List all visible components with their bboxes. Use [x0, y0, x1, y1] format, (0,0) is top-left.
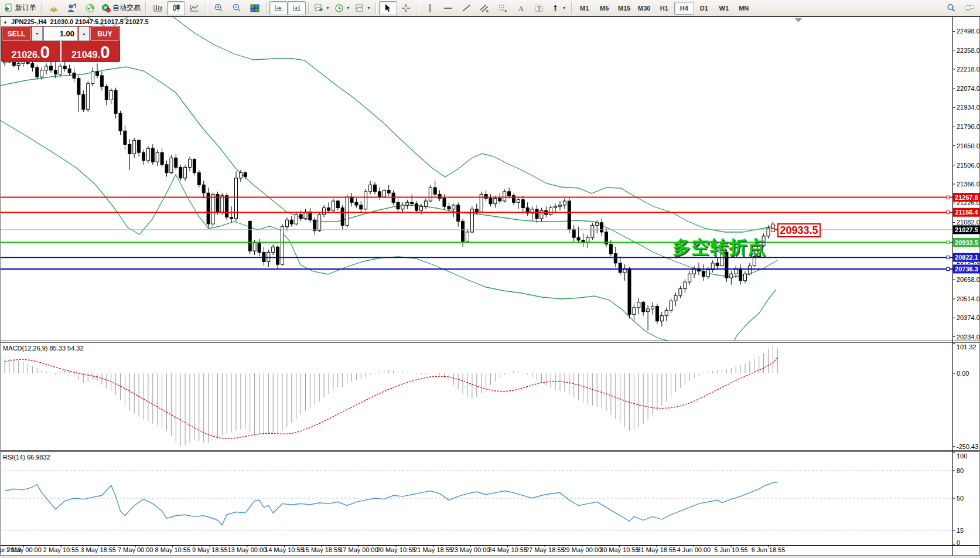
macd-axis-label: -250.43	[957, 443, 978, 450]
candle-body	[193, 159, 196, 173]
autotrading-button[interactable]: 自动交易	[99, 1, 143, 15]
search-icon	[947, 4, 956, 13]
channel-tool[interactable]: E	[476, 1, 494, 15]
crosshair-tool-button[interactable]	[397, 1, 415, 15]
volume-increment-button[interactable]: ▲	[78, 26, 90, 41]
zoom-in-button[interactable]	[209, 1, 227, 15]
timeframe-mn[interactable]: MN	[734, 2, 754, 15]
timeframe-label: D1	[700, 5, 708, 12]
vertical-line-tool[interactable]	[421, 1, 439, 15]
timeframe-m30[interactable]: M30	[634, 2, 654, 15]
search-button[interactable]	[942, 1, 960, 15]
sell-price[interactable]: 21026.0	[1, 41, 60, 62]
timeframe-d1[interactable]: D1	[694, 2, 714, 15]
periodicity-dropdown[interactable]: ▼	[332, 1, 353, 15]
candle-body	[674, 295, 677, 301]
sell-button[interactable]: SELL	[2, 26, 31, 41]
candle-body	[146, 148, 149, 161]
turning-point-annotation[interactable]: 多空转折点	[672, 235, 766, 260]
candle-body	[614, 254, 617, 263]
line-chart-button[interactable]	[185, 1, 203, 15]
one-click-collapse-icon[interactable]: ▲	[3, 19, 8, 25]
toolbar-separator	[266, 2, 267, 14]
candle-body	[184, 167, 187, 178]
price-tick-label: 22218.0	[957, 66, 980, 73]
chat-button[interactable]	[960, 1, 978, 15]
hline-anchor-square	[947, 267, 950, 270]
timeframe-m5[interactable]: M5	[595, 2, 614, 15]
candle-body	[133, 140, 136, 154]
chart-svg: 22498.022358.022218.022074.021934.021790…	[0, 0, 980, 558]
history-center-button[interactable]	[45, 1, 63, 15]
candle-body	[679, 289, 682, 296]
price-callout-label[interactable]: 20933.5	[777, 223, 821, 237]
date-tick-label: 8 May 10:55	[155, 546, 190, 553]
autotrading-label: 自动交易	[112, 3, 141, 13]
candle-body	[443, 198, 446, 206]
macd-axis-label: 0.00	[957, 370, 969, 377]
symbol-period-label: JPN225-,H4	[11, 18, 47, 25]
new-chart-dropdown[interactable]: ▼	[312, 1, 332, 15]
timeframe-h1[interactable]: H1	[654, 2, 674, 15]
toolbar-right-group	[942, 1, 978, 15]
timeframe-w1[interactable]: W1	[714, 2, 734, 15]
timeframe-m1[interactable]: M1	[575, 2, 595, 15]
buy-button[interactable]: BUY	[90, 26, 119, 41]
date-tick-label: 6 Jun 18:55	[752, 546, 786, 553]
band-line-4	[725, 290, 776, 359]
label-tool[interactable]: T	[530, 1, 548, 15]
signals-button[interactable]	[81, 1, 99, 15]
candle-body	[327, 208, 330, 211]
candle-body	[100, 76, 103, 86]
buy-price[interactable]: 21049.0	[62, 41, 121, 62]
candle-body	[397, 202, 399, 209]
candle-body	[554, 206, 557, 207]
candle-body	[276, 247, 279, 264]
candle-body	[124, 131, 127, 144]
date-axis[interactable]: 29 Apr 20191 May 00:002 May 10:553 May 1…	[0, 545, 785, 553]
date-tick-label: 20 May 10:55	[377, 546, 416, 553]
candle-body	[142, 152, 145, 161]
candle-body	[59, 66, 62, 74]
price-axis[interactable]: 22498.022358.022218.022074.021934.021790…	[952, 28, 980, 340]
price-tick-label: 21366.0	[957, 181, 980, 188]
candle-body	[568, 201, 571, 229]
zoom-out-button[interactable]	[227, 1, 245, 15]
callout-anchor-line	[774, 229, 777, 230]
timeframe-h4[interactable]: H4	[674, 2, 694, 15]
volume-input[interactable]: 1.00	[43, 26, 78, 41]
macd-axis-label: 101.32	[957, 343, 976, 351]
candle-body	[323, 208, 326, 215]
cursor-tool-button[interactable]	[379, 1, 397, 15]
timeframe-m15[interactable]: M15	[614, 2, 634, 15]
candle-body	[462, 222, 465, 242]
chart-shift-marker-icon[interactable]	[795, 18, 802, 22]
profiles-button[interactable]	[63, 1, 81, 15]
text-tool[interactable]: A	[512, 1, 530, 15]
candle-body	[197, 173, 200, 185]
candle-body	[475, 209, 478, 212]
chart-shift-button[interactable]	[288, 1, 306, 15]
crosshair-icon	[401, 4, 411, 13]
candle-body	[433, 188, 436, 195]
candle-body	[401, 205, 404, 209]
candle-body	[596, 223, 599, 226]
price-badge-label: 21156.4	[955, 209, 978, 216]
volume-decrement-button[interactable]: ▼	[32, 26, 43, 41]
auto-scroll-icon	[274, 4, 284, 13]
candlestick-button[interactable]	[167, 1, 185, 15]
auto-scroll-button[interactable]	[269, 1, 288, 15]
fibonacci-icon: F	[498, 4, 507, 13]
templates-dropdown[interactable]: ▼	[353, 1, 373, 15]
timeframe-label: H4	[680, 5, 688, 12]
trendline-tool[interactable]	[457, 1, 476, 15]
new-order-button[interactable]: 新订单	[2, 1, 39, 15]
tile-windows-button[interactable]	[245, 1, 264, 15]
bar-chart-button[interactable]	[149, 1, 167, 15]
fibonacci-tool[interactable]: F	[494, 1, 512, 15]
rsi-axis-label: 15	[957, 527, 964, 534]
horizontal-line-tool[interactable]	[439, 1, 457, 15]
arrows-dropdown[interactable]: ▼	[548, 1, 569, 15]
cursor-icon	[383, 4, 392, 13]
candle-body	[63, 66, 66, 69]
